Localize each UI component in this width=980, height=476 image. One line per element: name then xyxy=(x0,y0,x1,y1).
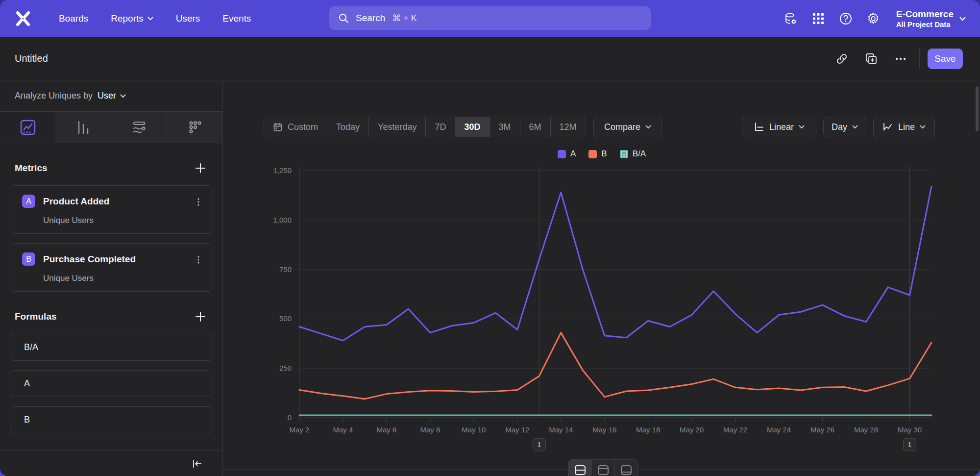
metric-subtitle[interactable]: Unique Users xyxy=(43,274,204,283)
interval-label: Day xyxy=(832,122,847,132)
collapse-sidebar-icon[interactable] xyxy=(188,455,206,473)
metric-subtitle[interactable]: Unique Users xyxy=(43,216,204,225)
apps-grid-icon[interactable] xyxy=(807,7,830,30)
tab-metric-grid[interactable] xyxy=(167,112,222,143)
interval-dropdown[interactable]: Day xyxy=(823,117,866,137)
legend-label: A xyxy=(570,149,576,159)
formula-name: B/A xyxy=(24,342,38,352)
legend-label: B xyxy=(601,149,607,159)
flows-tab-icon xyxy=(130,119,148,136)
date-range-yesterday[interactable]: Yesterday xyxy=(368,117,425,137)
add-metric-button[interactable] xyxy=(192,160,209,176)
y-axis-label: 250 xyxy=(279,364,292,372)
x-axis-label: May 4 xyxy=(333,426,353,434)
nav-menu: Boards Reports Users Events xyxy=(51,8,259,29)
layout-toggle xyxy=(568,459,638,476)
metric-card-purchase-completed[interactable]: B Purchase Completed Unique Users xyxy=(10,243,213,292)
report-title[interactable]: Untitled xyxy=(15,53,48,64)
date-range-12m[interactable]: 12M xyxy=(550,117,586,137)
x-axis-label: May 30 xyxy=(898,426,922,434)
nav-item-boards[interactable]: Boards xyxy=(51,8,96,29)
add-formula-button[interactable] xyxy=(192,308,209,325)
compare-dropdown[interactable]: Compare xyxy=(593,117,662,137)
vertical-scrollbar[interactable] xyxy=(976,86,979,131)
x-axis-label: May 28 xyxy=(854,426,878,434)
project-switcher[interactable]: E-Commerce All Project Data xyxy=(896,8,965,29)
chevron-down-icon xyxy=(645,125,651,129)
metric-kebab-icon[interactable] xyxy=(191,252,206,267)
metric-badge: A xyxy=(22,195,35,208)
formula-card-b[interactable]: B xyxy=(10,406,213,433)
date-range-today[interactable]: Today xyxy=(327,117,368,137)
settings-gear-icon[interactable] xyxy=(862,7,884,30)
x-axis-label: May 26 xyxy=(810,426,834,434)
x-axis-label: May 10 xyxy=(462,426,486,434)
date-range-label: 3M xyxy=(499,122,511,132)
date-range-6m[interactable]: 6M xyxy=(520,117,550,137)
chart-type-dropdown[interactable]: Line xyxy=(873,117,935,137)
date-range-label: Custom xyxy=(288,122,318,132)
date-range-7d[interactable]: 7D xyxy=(425,117,455,137)
nav-item-label: Users xyxy=(176,13,200,24)
metric-name: Purchase Completed xyxy=(43,254,136,265)
date-range-label: Yesterday xyxy=(378,122,416,132)
metric-card-product-added[interactable]: A Product Added Unique Users xyxy=(10,185,213,234)
tab-bar-chart[interactable] xyxy=(55,112,111,143)
nav-item-users[interactable]: Users xyxy=(168,8,208,29)
formula-card-ba[interactable]: B/A xyxy=(10,334,213,361)
scale-label: Linear xyxy=(769,122,794,132)
tab-line-chart[interactable] xyxy=(0,112,55,143)
duplicate-icon[interactable] xyxy=(860,48,882,70)
legend-item-a[interactable]: A xyxy=(558,149,576,159)
date-range-label: 7D xyxy=(435,122,446,132)
search-input[interactable]: Search ⌘ + K xyxy=(329,6,651,30)
layout-top-view-button[interactable] xyxy=(591,460,614,476)
line-chart-tab-icon xyxy=(19,119,37,136)
mixpanel-logo-icon[interactable] xyxy=(15,10,31,27)
metrics-heading: Metrics xyxy=(15,163,48,174)
tab-flows-chart[interactable] xyxy=(111,112,167,143)
date-range-30d[interactable]: 30D xyxy=(455,117,489,137)
scale-dropdown[interactable]: Linear xyxy=(742,117,816,137)
legend-item-b[interactable]: B xyxy=(588,149,607,159)
chart-controls-row: Custom Today Yesterday 7D 30D 3M 6M 12M … xyxy=(223,117,980,137)
y-axis-label: 0 xyxy=(288,413,292,422)
y-axis-label: 500 xyxy=(279,314,292,323)
chevron-down-icon xyxy=(799,125,805,129)
nav-item-events[interactable]: Events xyxy=(215,8,259,29)
series-line-a xyxy=(299,186,931,340)
app-window: Boards Reports Users Events Search ⌘ + K xyxy=(0,0,980,476)
formula-card-a[interactable]: A xyxy=(10,370,213,397)
chevron-down-icon xyxy=(852,125,858,129)
layout-bottom-view-button[interactable] xyxy=(614,460,637,476)
date-range-custom[interactable]: Custom xyxy=(264,117,327,137)
search-placeholder-text: Search xyxy=(356,13,385,24)
metric-kebab-icon[interactable] xyxy=(191,195,206,209)
calendar-icon xyxy=(273,122,283,132)
search-icon xyxy=(338,13,349,24)
line-chart[interactable]: 02505007501,0001,250May 2May 4May 6May 8… xyxy=(223,162,980,456)
copy-link-icon[interactable] xyxy=(831,48,853,70)
x-axis-label: May 12 xyxy=(505,426,529,434)
legend-swatch-a xyxy=(558,150,566,158)
legend-item-ba[interactable]: B/A xyxy=(620,149,646,159)
analyze-by-dropdown[interactable]: User xyxy=(98,91,126,101)
legend-label: B/A xyxy=(633,149,646,159)
date-range-3m[interactable]: 3M xyxy=(490,117,520,137)
date-range-control: Custom Today Yesterday 7D 30D 3M 6M 12M xyxy=(264,117,586,137)
date-range-label: Today xyxy=(336,122,360,132)
more-options-icon[interactable] xyxy=(890,48,911,70)
save-button[interactable]: Save xyxy=(928,49,963,69)
bar-chart-tab-icon xyxy=(75,119,92,136)
formulas-section-head: Formulas xyxy=(0,308,222,325)
help-icon[interactable] xyxy=(834,7,857,30)
layout-split-view-button[interactable] xyxy=(568,460,591,476)
legend-swatch-ba xyxy=(620,150,628,158)
data-management-icon[interactable] xyxy=(780,7,802,30)
project-scope: All Project Data xyxy=(896,20,954,29)
x-axis-label: May 16 xyxy=(592,426,616,434)
chevron-down-icon xyxy=(147,17,153,21)
chart-type-tabs xyxy=(0,112,222,143)
query-sidebar: Analyze Uniques by User xyxy=(0,80,223,476)
nav-item-reports[interactable]: Reports xyxy=(103,8,161,29)
